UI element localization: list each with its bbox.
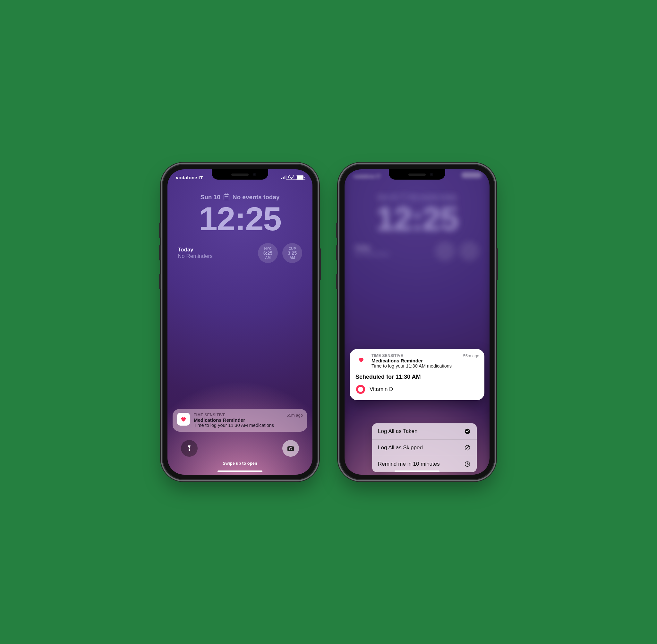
lockscreen-widgets: Today No Reminders NYC 6:25 AM CUP 3:25 … [178,243,302,263]
notification-tag: TIME SENSITIVE [371,353,459,358]
reminders-widget-sub: No Reminders [178,253,253,259]
swipe-hint: Swipe up to open [223,461,257,466]
carrier-label-blurred: vodafone IT [354,174,381,179]
check-circle-icon [464,428,471,435]
battery-icon [296,176,304,180]
health-app-icon [355,353,368,366]
heart-icon [358,356,364,363]
iphone-right: vodafone IT Sun 10 No events today 12:25… [340,165,494,479]
notification-title: Medications Reminder [194,417,282,423]
svg-line-6 [466,446,469,449]
action-log-skipped[interactable]: Log All as Skipped [372,439,477,456]
scheduled-label: Scheduled for 11:30 AM [356,374,479,381]
cellular-signal-icon [281,176,287,179]
notch [389,169,445,180]
lockscreen-calendar-hint: No events today [232,194,280,201]
health-app-icon [177,413,190,426]
notification-message: Time to log your 11:30 AM medications [194,423,282,428]
action-label: Log All as Taken [378,428,418,435]
carrier-label: vodafone IT [176,175,203,180]
flashlight-icon [186,445,193,452]
lockscreen-header: Sun 10 No events today 12:25 [167,194,313,235]
camera-icon [287,444,294,452]
iphone-left: vodafone IT Sun 10 No events today [163,165,317,479]
notification-message: Time to log your 11:30 AM medications [371,363,459,368]
notification-action-menu: Log All as Taken Log All as Skipped Remi… [372,423,477,472]
reminders-widget[interactable]: Today No Reminders [178,247,253,259]
action-label: Log All as Skipped [378,444,423,451]
world-clock-widget[interactable]: NYC 6:25 AM [258,243,278,263]
reminders-widget-title: Today [178,247,253,253]
notification-banner[interactable]: TIME SENSITIVE Medications Reminder Time… [173,409,307,432]
notification-tag: TIME SENSITIVE [194,413,282,417]
notification-expanded[interactable]: TIME SENSITIVE Medications Reminder Time… [350,349,484,400]
action-label: Remind me in 10 minutes [378,461,440,467]
svg-point-4 [465,429,470,434]
lockscreen-blurred: Sun 10 No events today 12:25 Today No Re… [344,194,490,261]
lockscreen-bottom: Swipe up to open [167,433,313,475]
calendar-icon [224,194,229,200]
world-clock-widget[interactable]: CUP 3:25 AM [282,243,302,263]
home-indicator[interactable] [218,470,263,472]
heart-icon [180,416,187,422]
notification-age: 55m ago [287,413,303,428]
screen-left: vodafone IT Sun 10 No events today [167,169,313,475]
home-indicator[interactable] [394,470,439,472]
svg-point-3 [359,388,361,389]
lockscreen-time: 12:25 [199,202,281,235]
prohibited-icon [464,444,471,451]
action-remind-later[interactable]: Remind me in 10 minutes [372,456,477,472]
medication-row: Vitamin D [356,384,479,394]
notification-title: Medications Reminder [371,358,459,363]
wifi-icon [288,176,294,179]
notification-age: 55m ago [463,353,479,368]
medication-pill-icon [356,384,366,394]
medication-name: Vitamin D [369,386,393,393]
flashlight-button[interactable] [181,440,198,457]
lockscreen-date: Sun 10 [200,194,220,201]
notch [212,169,268,180]
clock-icon [464,461,471,467]
camera-button[interactable] [282,440,299,457]
action-log-taken[interactable]: Log All as Taken [372,423,477,439]
status-icons-blurred [461,172,482,178]
screen-right: vodafone IT Sun 10 No events today 12:25… [344,169,490,475]
